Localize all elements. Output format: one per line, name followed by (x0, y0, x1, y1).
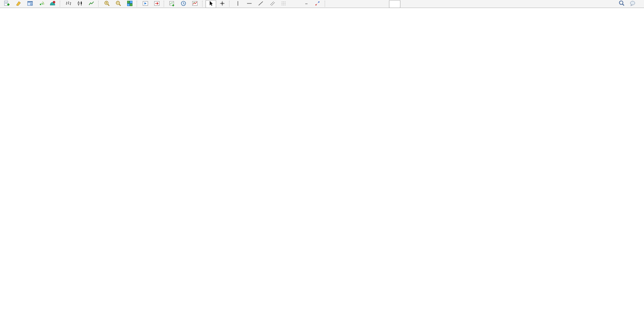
new-order-icon (4, 0, 10, 8)
signals-icon (38, 0, 45, 8)
crosshair-button[interactable] (217, 0, 228, 8)
toolbar-separator (60, 1, 62, 7)
toolbar-separator (164, 1, 166, 7)
candlestick-chart-icon (77, 0, 83, 8)
timeframe-m1-button[interactable] (328, 0, 340, 8)
new-chart-button[interactable] (167, 0, 178, 8)
crosshair-icon (219, 0, 225, 8)
market-watch-button[interactable] (13, 0, 24, 8)
timeframe-m30-button[interactable] (365, 0, 376, 8)
toolbar-separator (229, 1, 231, 7)
zoom-in-icon (104, 0, 110, 8)
cursor-button[interactable] (206, 0, 216, 8)
chart-shift-icon (154, 0, 160, 8)
periodicity-button[interactable] (179, 0, 189, 8)
data-window-button[interactable] (25, 0, 35, 8)
arrows-icon (314, 0, 320, 8)
market-watch-icon (16, 0, 22, 8)
auto-scroll-icon (142, 0, 148, 8)
text-label-button[interactable] (301, 0, 312, 8)
zoom-out-icon (115, 0, 121, 8)
toolbar-separator (325, 1, 327, 7)
horizontal-line-icon (246, 0, 252, 8)
chat-icon (630, 0, 636, 8)
indicators-button[interactable] (190, 0, 201, 8)
timeframe-m15-button[interactable] (352, 0, 364, 8)
zoom-out-button[interactable] (113, 0, 124, 8)
tile-windows-icon (127, 0, 133, 8)
candlestick-chart-button[interactable] (75, 0, 85, 8)
vertical-line-icon (235, 0, 241, 8)
toolbar-separator (98, 1, 100, 7)
toolbar-separator (137, 1, 139, 7)
trendline-button[interactable] (255, 0, 266, 8)
signals-button[interactable] (36, 0, 47, 8)
chart-canvas[interactable] (0, 8, 644, 320)
text-label-icon (305, 3, 308, 4)
search-button[interactable] (616, 0, 627, 8)
timeframe-mn-button[interactable] (426, 0, 437, 8)
toolbar-right-group (616, 0, 644, 8)
timeframe-h4-button[interactable] (389, 0, 400, 8)
equidistant-channel-icon (270, 0, 275, 8)
line-chart-icon (88, 0, 94, 8)
timeframe-w1-button[interactable] (413, 0, 425, 8)
vertical-line-button[interactable] (233, 0, 243, 8)
text-button[interactable] (290, 0, 300, 8)
chart-shift-button[interactable] (151, 0, 162, 8)
horizontal-line-button[interactable] (244, 0, 255, 8)
autotrading-icon (49, 0, 56, 8)
main-toolbar (0, 0, 644, 8)
new-chart-icon (169, 0, 175, 8)
timeframe-h1-button[interactable] (377, 0, 388, 8)
fibonacci-button[interactable] (278, 0, 289, 8)
autotrading-button[interactable] (48, 0, 58, 8)
tile-windows-button[interactable] (124, 0, 135, 8)
timeframe-m5-button[interactable] (340, 0, 352, 8)
data-window-icon (27, 0, 33, 8)
arrows-button[interactable] (312, 0, 323, 8)
search-icon (618, 0, 625, 8)
zoom-in-button[interactable] (102, 0, 112, 8)
line-chart-button[interactable] (86, 0, 97, 8)
bar-chart-icon (65, 0, 72, 8)
mt4-application-window (0, 0, 644, 320)
timeframe-d1-button[interactable] (401, 0, 413, 8)
chat-button[interactable] (628, 0, 638, 8)
trendline-icon (258, 0, 264, 8)
periodicity-icon (180, 0, 187, 8)
cursor-icon (208, 0, 214, 8)
toolbar-separator (202, 1, 204, 7)
fibonacci-icon (281, 0, 287, 8)
indicators-icon (192, 0, 198, 8)
new-order-button[interactable] (2, 0, 13, 8)
bar-chart-button[interactable] (63, 0, 74, 8)
equidistant-channel-button[interactable] (267, 0, 277, 8)
auto-scroll-button[interactable] (140, 0, 151, 8)
